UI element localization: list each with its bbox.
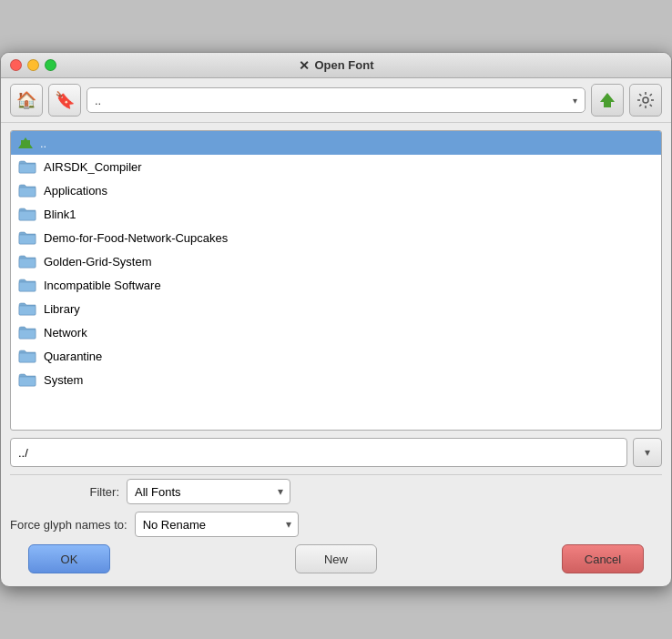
file-item-name: Library — [44, 302, 80, 316]
cancel-button[interactable]: Cancel — [562, 544, 644, 573]
file-list-inner: .. AIRSDK_Compiler Applications — [11, 131, 661, 391]
svg-rect-9 — [19, 330, 36, 339]
force-glyph-row: Force glyph names to: No Rename AGL AGL+… — [10, 512, 662, 537]
divider — [10, 474, 662, 475]
folder-icon — [18, 372, 36, 387]
list-item[interactable]: Network — [11, 320, 661, 344]
folder-icon — [18, 159, 36, 174]
force-glyph-select[interactable]: No Rename AGL AGL+SFD Unicode — [135, 512, 299, 537]
path-dropdown-button[interactable]: ▾ — [633, 438, 662, 467]
window-title-area: ✕ Open Font — [299, 58, 374, 73]
svg-rect-4 — [19, 211, 36, 220]
list-item[interactable]: Blink1 — [11, 202, 661, 226]
title-icon: ✕ — [299, 58, 310, 73]
filter-select-wrapper[interactable]: All Fonts TrueType OpenType PostScript — [127, 479, 290, 504]
list-item[interactable]: System — [11, 368, 661, 391]
window-controls — [10, 59, 56, 71]
titlebar: ✕ Open Font — [1, 53, 671, 78]
list-item[interactable]: Applications — [11, 178, 661, 202]
minimize-button[interactable] — [27, 59, 39, 71]
list-item[interactable]: Incompatible Software — [11, 273, 661, 297]
file-item-name: AIRSDK_Compiler — [44, 160, 142, 174]
svg-rect-3 — [19, 188, 36, 197]
force-glyph-select-wrapper[interactable]: No Rename AGL AGL+SFD Unicode — [135, 512, 299, 537]
path-combo-value: .. — [95, 94, 101, 107]
svg-rect-8 — [19, 306, 36, 315]
folder-icon — [18, 278, 36, 292]
list-item[interactable]: AIRSDK_Compiler — [11, 155, 661, 178]
new-button[interactable]: New — [295, 544, 377, 573]
file-item-name: System — [44, 373, 83, 387]
file-item-name: Applications — [44, 184, 107, 198]
buttons-row: OK New Cancel — [10, 544, 662, 573]
svg-rect-10 — [19, 353, 36, 362]
list-item[interactable]: Demo-for-Food-Network-Cupcakes — [11, 226, 661, 249]
file-item-name: Incompatible Software — [44, 279, 161, 292]
path-input[interactable] — [10, 438, 627, 467]
svg-marker-0 — [600, 93, 615, 107]
force-glyph-label: Force glyph names to: — [10, 518, 127, 532]
svg-rect-11 — [19, 377, 36, 386]
ok-button[interactable]: OK — [28, 544, 110, 573]
folder-icon — [18, 301, 36, 316]
list-item[interactable]: Quarantine — [11, 344, 661, 368]
filter-row: Filter: All Fonts TrueType OpenType Post… — [10, 479, 662, 504]
list-item[interactable]: Library — [11, 297, 661, 320]
folder-icon — [18, 325, 36, 340]
svg-rect-7 — [19, 282, 36, 291]
chevron-down-icon: ▾ — [573, 96, 577, 106]
path-dropdown[interactable]: .. ▾ — [87, 87, 585, 113]
toolbar: 🏠 🔖 .. ▾ — [1, 78, 671, 123]
svg-rect-2 — [19, 164, 36, 173]
up-arrow-icon — [597, 90, 617, 110]
folder-icon — [18, 183, 36, 198]
folder-icon — [18, 349, 36, 363]
filter-select[interactable]: All Fonts TrueType OpenType PostScript — [127, 479, 290, 504]
gear-icon — [636, 91, 655, 109]
list-item[interactable]: .. — [11, 131, 661, 155]
window-title: Open Font — [315, 58, 374, 72]
list-item[interactable]: Golden-Grid-System — [11, 249, 661, 273]
folder-icon — [18, 207, 36, 221]
bookmark-button[interactable]: 🔖 — [48, 84, 81, 117]
filter-label: Filter: — [10, 485, 119, 499]
svg-rect-6 — [19, 259, 36, 268]
file-item-name: Golden-Grid-System — [44, 255, 151, 269]
path-input-row: ▾ — [10, 438, 662, 467]
svg-point-1 — [643, 97, 648, 103]
folder-icon — [18, 254, 36, 269]
file-item-name: Demo-for-Food-Network-Cupcakes — [44, 231, 228, 245]
file-item-name: Network — [44, 326, 87, 340]
close-button[interactable] — [10, 59, 22, 71]
file-item-name: Quarantine — [44, 350, 102, 363]
folder-icon — [18, 230, 36, 245]
file-item-name: Blink1 — [44, 208, 76, 221]
parent-folder-icon — [18, 137, 33, 148]
svg-rect-5 — [19, 235, 36, 244]
settings-button[interactable] — [629, 84, 662, 117]
maximize-button[interactable] — [45, 59, 56, 71]
open-font-dialog: ✕ Open Font 🏠 🔖 .. ▾ .. — [0, 52, 672, 587]
file-list[interactable]: .. AIRSDK_Compiler Applications — [10, 130, 662, 431]
home-button[interactable]: 🏠 — [10, 84, 43, 117]
up-button[interactable] — [591, 84, 624, 117]
file-item-name: .. — [40, 137, 46, 150]
